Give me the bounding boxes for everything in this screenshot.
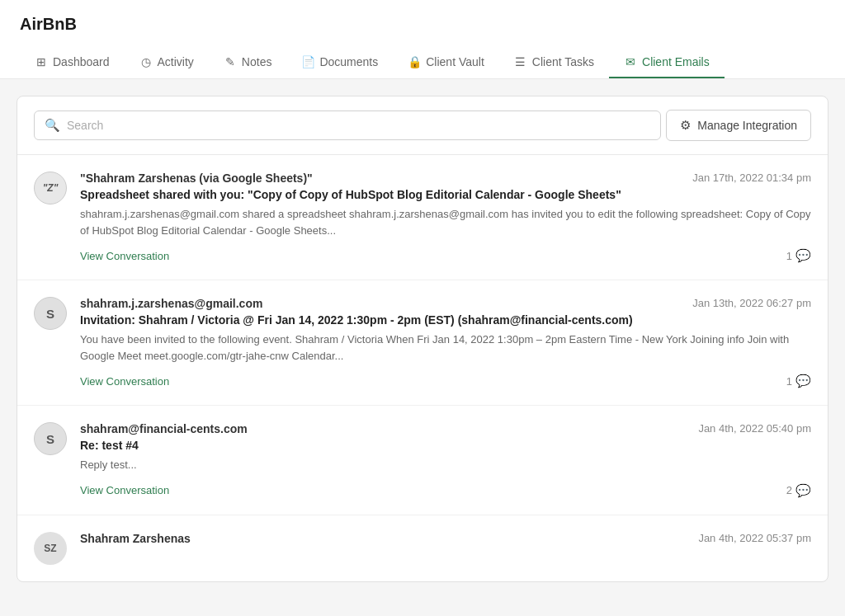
avatar: S xyxy=(34,422,67,455)
email-header: Shahram Zarshenas Jan 4th, 2022 05:37 pm xyxy=(80,532,811,545)
comment-count: 2 xyxy=(786,484,792,496)
dashboard-icon: ⊞ xyxy=(35,55,48,68)
notes-icon: ✎ xyxy=(224,55,237,68)
email-card: 🔍 ⚙ Manage Integration "Z" "Shahram Zars… xyxy=(17,96,828,582)
client-vault-icon: 🔒 xyxy=(408,55,421,68)
tab-client-tasks-label: Client Tasks xyxy=(532,55,594,68)
tab-client-vault[interactable]: 🔒 Client Vault xyxy=(393,47,499,78)
email-subject: Invitation: Shahram / Victoria @ Fri Jan… xyxy=(80,313,811,327)
manage-integration-button[interactable]: ⚙ Manage Integration xyxy=(666,110,811,141)
email-sender: Shahram Zarshenas xyxy=(80,532,191,545)
email-item[interactable]: SZ Shahram Zarshenas Jan 4th, 2022 05:37… xyxy=(17,515,828,581)
email-body: shahram.j.zarshenas@gmail.com Jan 13th, … xyxy=(80,297,811,388)
avatar: "Z" xyxy=(34,172,67,205)
email-subject: Spreadsheet shared with you: "Copy of Co… xyxy=(80,188,811,201)
avatar: SZ xyxy=(34,532,67,565)
email-item[interactable]: S shahram.j.zarshenas@gmail.com Jan 13th… xyxy=(17,280,828,406)
tab-dashboard-label: Dashboard xyxy=(53,55,110,68)
app-header: AirBnB ⊞ Dashboard ◷ Activity ✎ Notes 📄 … xyxy=(0,0,845,79)
tab-client-emails-label: Client Emails xyxy=(642,55,710,68)
client-emails-icon: ✉ xyxy=(624,55,637,68)
manage-integration-label: Manage Integration xyxy=(697,119,797,132)
comment-badge: 1 💬 xyxy=(786,248,811,263)
tab-documents[interactable]: 📄 Documents xyxy=(286,47,393,78)
main-content: 🔍 ⚙ Manage Integration "Z" "Shahram Zars… xyxy=(0,79,845,599)
documents-icon: 📄 xyxy=(301,55,314,68)
nav-tabs: ⊞ Dashboard ◷ Activity ✎ Notes 📄 Documen… xyxy=(20,47,825,78)
comment-badge: 2 💬 xyxy=(786,483,811,498)
search-icon: 🔍 xyxy=(45,118,60,133)
comment-icon: 💬 xyxy=(795,483,811,498)
email-body: "Shahram Zarshenas (via Google Sheets)" … xyxy=(80,172,811,263)
email-footer: View Conversation 1 💬 xyxy=(80,374,811,388)
email-footer: View Conversation 2 💬 xyxy=(80,483,811,498)
search-input[interactable] xyxy=(67,119,650,132)
email-date: Jan 4th, 2022 05:37 pm xyxy=(698,532,811,545)
activity-icon: ◷ xyxy=(139,55,153,68)
email-sender: shahram@financial-cents.com xyxy=(80,422,248,435)
tab-activity[interactable]: ◷ Activity xyxy=(125,47,209,78)
comment-icon: 💬 xyxy=(795,374,811,388)
email-footer: View Conversation 1 💬 xyxy=(80,248,811,263)
app-title: AirBnB xyxy=(20,15,825,34)
email-body: Shahram Zarshenas Jan 4th, 2022 05:37 pm xyxy=(80,532,811,565)
gear-icon: ⚙ xyxy=(680,118,691,133)
comment-icon: 💬 xyxy=(795,248,811,263)
tab-client-tasks[interactable]: ☰ Client Tasks xyxy=(499,47,609,78)
tab-documents-label: Documents xyxy=(319,55,378,68)
comment-count: 1 xyxy=(786,250,792,262)
view-conversation-link[interactable]: View Conversation xyxy=(80,375,169,388)
email-item[interactable]: S shahram@financial-cents.com Jan 4th, 2… xyxy=(17,406,828,515)
email-date: Jan 13th, 2022 06:27 pm xyxy=(692,297,811,309)
tab-dashboard[interactable]: ⊞ Dashboard xyxy=(20,47,125,78)
email-body: shahram@financial-cents.com Jan 4th, 202… xyxy=(80,422,811,498)
view-conversation-link[interactable]: View Conversation xyxy=(80,250,169,262)
toolbar: 🔍 ⚙ Manage Integration xyxy=(17,96,828,155)
tab-activity-label: Activity xyxy=(158,55,194,68)
email-sender: shahram.j.zarshenas@gmail.com xyxy=(80,297,262,310)
tab-notes[interactable]: ✎ Notes xyxy=(209,47,287,78)
email-item[interactable]: "Z" "Shahram Zarshenas (via Google Sheet… xyxy=(17,155,828,280)
email-preview: shahram.j.zarshenas@gmail.com shared a s… xyxy=(80,206,811,238)
comment-count: 1 xyxy=(786,375,792,388)
email-header: "Shahram Zarshenas (via Google Sheets)" … xyxy=(80,172,811,185)
email-subject: Re: test #4 xyxy=(80,439,811,452)
email-header: shahram.j.zarshenas@gmail.com Jan 13th, … xyxy=(80,297,811,310)
email-preview: Reply test... xyxy=(80,457,811,473)
search-wrapper[interactable]: 🔍 xyxy=(34,111,661,140)
tab-client-emails[interactable]: ✉ Client Emails xyxy=(609,47,725,78)
avatar: S xyxy=(34,297,67,330)
tab-notes-label: Notes xyxy=(242,55,272,68)
comment-badge: 1 💬 xyxy=(786,374,811,388)
email-date: Jan 4th, 2022 05:40 pm xyxy=(698,422,811,435)
view-conversation-link[interactable]: View Conversation xyxy=(80,484,169,496)
email-sender: "Shahram Zarshenas (via Google Sheets)" xyxy=(80,172,313,185)
email-header: shahram@financial-cents.com Jan 4th, 202… xyxy=(80,422,811,435)
tab-client-vault-label: Client Vault xyxy=(426,55,484,68)
email-date: Jan 17th, 2022 01:34 pm xyxy=(692,172,811,184)
client-tasks-icon: ☰ xyxy=(514,55,527,68)
email-preview: You have been invited to the following e… xyxy=(80,332,811,364)
email-list: "Z" "Shahram Zarshenas (via Google Sheet… xyxy=(17,155,828,581)
